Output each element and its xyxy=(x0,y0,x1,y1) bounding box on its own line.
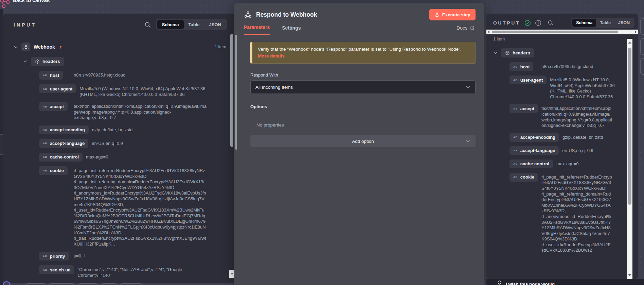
string-type-badge: AB xyxy=(513,79,518,82)
search-icon[interactable] xyxy=(144,21,151,28)
webhook-node-icon xyxy=(21,43,30,51)
node-feedback-bar[interactable]: I wish this node would... xyxy=(486,279,644,285)
tab-schema[interactable]: Schema xyxy=(157,20,184,29)
chevron-down-icon[interactable] xyxy=(14,45,18,49)
scroll-right-arrow-icon[interactable] xyxy=(635,31,637,33)
field-key: sec-ch-ua xyxy=(50,267,71,272)
tab-settings[interactable]: Settings xyxy=(282,25,301,35)
input-panel: INPUT Schema Table JSON Webhook 1 item xyxy=(3,14,235,283)
group-row-headers[interactable]: headers xyxy=(23,57,235,66)
chevron-down-icon xyxy=(466,139,471,144)
field-key-pill[interactable]: ABaccept-encoding xyxy=(509,133,559,142)
tab-table[interactable]: Table xyxy=(184,20,204,29)
field-key-pill[interactable]: ABaccept-language xyxy=(509,146,559,155)
scroll-down-arrow-icon[interactable] xyxy=(628,274,631,276)
more-details-link[interactable]: More details xyxy=(258,53,285,58)
tab-schema[interactable]: Schema xyxy=(572,19,596,27)
options-divider xyxy=(250,114,476,114)
webhook-node-icon xyxy=(244,11,252,19)
field-value: "Chromium";v="140", "Not=A?Brand";v="24"… xyxy=(77,265,211,278)
field-key: host xyxy=(50,73,59,78)
back-to-canvas-link[interactable]: Back to canvas xyxy=(13,0,50,3)
search-icon[interactable] xyxy=(548,20,554,26)
add-option-button[interactable]: Add option xyxy=(250,135,476,147)
docs-label: Docs xyxy=(457,25,467,31)
field-key-pill[interactable]: ABaccept xyxy=(509,104,538,113)
offscreen-node-outline xyxy=(25,283,46,285)
input-scrollbar-thumb[interactable] xyxy=(230,34,233,147)
field-value: en-US,en;q=0.9 xyxy=(92,139,225,147)
input-item-count: 1 item xyxy=(215,45,226,49)
output-panel-title: OUTPUT xyxy=(493,20,520,26)
group-pill[interactable]: headers xyxy=(31,57,64,66)
input-scrollbar-down-button[interactable] xyxy=(229,270,235,278)
field-value: max-age=0 xyxy=(86,153,219,160)
dialog-scrollbar-thumb[interactable] xyxy=(235,35,237,150)
field-key-pill[interactable]: ABaccept-encoding xyxy=(39,125,89,134)
respond-with-select[interactable]: All Incoming Items xyxy=(250,80,476,94)
dialog-tabs: Parameters Settings Docs xyxy=(234,20,484,35)
string-type-badge: AB xyxy=(43,268,47,271)
output-horizontal-scrollbar[interactable] xyxy=(486,30,638,34)
field-key: host xyxy=(520,64,530,69)
field-value: u=0, i xyxy=(74,252,207,259)
string-type-badge: AB xyxy=(43,105,47,108)
no-properties-text: No properties xyxy=(256,122,476,128)
vertical-scrollbar-thumb[interactable] xyxy=(628,48,631,205)
field-key-pill[interactable]: ABpriority xyxy=(39,252,69,261)
string-type-badge: AB xyxy=(43,169,47,172)
tab-table[interactable]: Table xyxy=(596,19,614,27)
offscreen-node-outline xyxy=(101,283,117,285)
offscreen-node-outline xyxy=(640,18,644,35)
string-type-badge: AB xyxy=(43,255,47,258)
flask-icon xyxy=(434,12,440,17)
input-panel-header: INPUT Schema Table JSON xyxy=(3,14,235,33)
chevron-down-icon[interactable] xyxy=(493,51,498,55)
field-key-pill[interactable]: ABhost xyxy=(39,71,63,80)
field-value: n8n.srv970935.hstgr.cloud xyxy=(541,62,612,70)
field-key: accept-encoding xyxy=(50,127,85,132)
tab-parameters[interactable]: Parameters xyxy=(244,24,270,35)
field-key-pill[interactable]: ABaccept-language xyxy=(39,139,88,148)
group-row-headers[interactable]: headers xyxy=(493,48,638,57)
input-panel-title: INPUT xyxy=(14,22,36,28)
field-key-pill[interactable]: ABuser-agent xyxy=(509,76,547,84)
horizontal-scrollbar-thumb[interactable] xyxy=(492,31,618,33)
string-type-badge: AB xyxy=(513,162,518,165)
field-value: text/html,application/xhtml+xml,applicat… xyxy=(541,104,612,128)
field-key-pill[interactable]: ABuser-agent xyxy=(39,84,76,93)
execute-step-button[interactable]: Execute step xyxy=(429,9,476,20)
schema-field-row: ABhost n8n.srv970935.hstgr.cloud xyxy=(39,71,226,80)
dialog-title: Respond to Webhook xyxy=(256,11,317,18)
tab-json[interactable]: JSON xyxy=(614,19,633,27)
field-value: gzip, deflate, br, zstd xyxy=(562,133,626,140)
docs-link[interactable]: Docs xyxy=(457,25,475,35)
info-icon[interactable] xyxy=(535,20,541,26)
external-link-icon xyxy=(470,26,475,31)
field-key-pill[interactable]: ABcookie xyxy=(509,173,538,182)
output-view-tabs: Schema Table JSON xyxy=(571,18,634,28)
output-vertical-scrollbar[interactable] xyxy=(627,39,632,279)
input-schema-tree: Webhook 1 item headers ABhost n8n.srv970… xyxy=(3,43,235,283)
field-value: Mozilla/5.0 (Windows NT 10.0; Win64; x64… xyxy=(79,84,213,97)
field-key-pill[interactable]: ABhost xyxy=(509,62,533,71)
field-value: Mozilla/5.0 (Windows NT 10.0; Win64; x64… xyxy=(550,76,621,100)
string-type-badge: AB xyxy=(513,65,518,68)
chevron-down-icon xyxy=(465,85,470,90)
scroll-up-arrow-icon[interactable] xyxy=(628,41,631,44)
scroll-left-arrow-icon[interactable] xyxy=(488,31,489,33)
field-key-pill[interactable]: ABcache-control xyxy=(39,153,83,162)
field-key-pill[interactable]: ABaccept xyxy=(39,102,68,111)
tab-json[interactable]: JSON xyxy=(204,20,226,29)
node-row-webhook[interactable]: Webhook 1 item xyxy=(14,43,226,51)
schema-field-row: ABuser-agent Mozilla/5.0 (Windows NT 10.… xyxy=(39,84,226,97)
field-value: rl_page_init_referrer=RudderEncrypt%3AU2… xyxy=(541,173,612,253)
field-key-pill[interactable]: ABcookie xyxy=(39,166,68,175)
group-pill[interactable]: headers xyxy=(501,48,534,57)
trigger-bolt-icon xyxy=(58,45,63,49)
field-key: accept xyxy=(50,104,64,109)
field-key-pill[interactable]: ABcache-control xyxy=(509,160,553,168)
group-name: headers xyxy=(513,50,530,55)
field-key-pill[interactable]: ABsec-ch-ua xyxy=(39,265,74,274)
chevron-down-icon[interactable] xyxy=(23,59,28,64)
